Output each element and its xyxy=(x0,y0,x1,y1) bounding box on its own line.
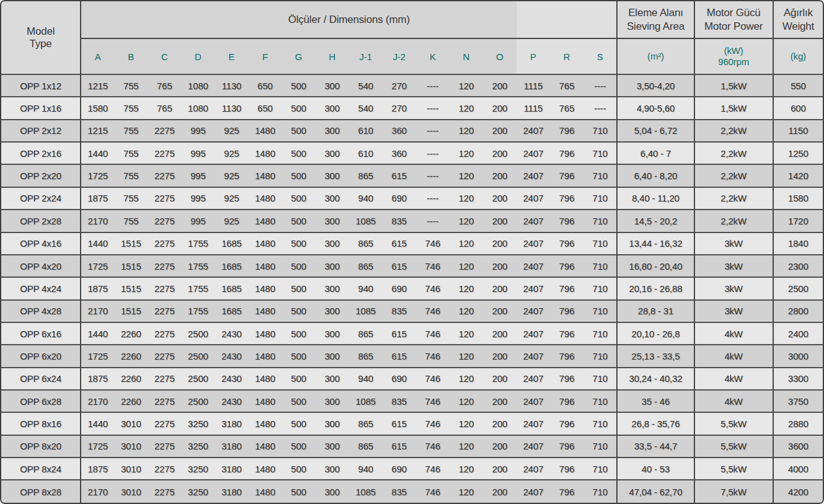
cell-dim-A: 1725 xyxy=(81,164,114,187)
cell-dim-J-1: 1085 xyxy=(349,480,383,503)
cell-dim-H: 300 xyxy=(316,120,349,142)
cell-motor-power: 2,2kW xyxy=(694,142,773,164)
cell-dim-A: 2170 xyxy=(81,300,114,322)
cell-dim-D: 1755 xyxy=(181,300,215,322)
cell-weight: 600 xyxy=(773,97,823,119)
cell-dim-F: 1480 xyxy=(248,120,281,142)
cell-sieving-area: 33,5 - 44,7 xyxy=(617,435,694,458)
cell-dim-C: 2275 xyxy=(148,300,181,322)
cell-weight: 1420 xyxy=(773,164,823,187)
cell-dim-P: 2407 xyxy=(516,390,550,412)
cell-weight: 1720 xyxy=(773,210,823,232)
cell-dim-A: 1440 xyxy=(81,412,114,435)
cell-dim-B: 2260 xyxy=(114,345,148,367)
cell-weight: 3300 xyxy=(773,368,823,390)
cell-dim-C: 2275 xyxy=(148,368,181,390)
cell-dim-N: 120 xyxy=(450,412,483,435)
cell-weight: 1150 xyxy=(773,120,823,142)
cell-dim-C: 2275 xyxy=(148,255,181,277)
cell-dim-P: 2407 xyxy=(516,345,550,367)
cell-dim-K: 746 xyxy=(416,277,450,299)
cell-weight: 2800 xyxy=(773,300,823,322)
cell-sieving-area: 26,8 - 35,76 xyxy=(617,412,694,435)
sieving-area-header: Eleme Alanı Sieving Area xyxy=(617,1,694,38)
cell-dim-J-2: 835 xyxy=(383,480,416,503)
column-header-G: G xyxy=(282,38,316,74)
dimensions-header: Ölçüler / Dimensions (mm) xyxy=(81,1,617,38)
cell-dim-G: 500 xyxy=(282,142,316,164)
cell-dim-C: 2275 xyxy=(148,142,181,164)
cell-dim-H: 300 xyxy=(316,368,349,390)
cell-dim-J-2: 615 xyxy=(383,322,416,345)
cell-dim-J-1: 940 xyxy=(349,368,383,390)
cell-dim-P: 2407 xyxy=(516,322,550,345)
cell-dim-H: 300 xyxy=(316,232,349,255)
cell-dim-O: 200 xyxy=(483,164,516,187)
cell-dim-D: 995 xyxy=(181,120,215,142)
cell-dim-B: 3010 xyxy=(114,435,148,458)
column-header-H: H xyxy=(316,38,349,74)
cell-dim-P: 2407 xyxy=(516,480,550,503)
cell-dim-D: 3250 xyxy=(181,435,215,458)
cell-weight: 2300 xyxy=(773,255,823,277)
cell-dim-E: 3180 xyxy=(215,458,248,480)
cell-dim-O: 200 xyxy=(483,210,516,232)
table-row: OPP 6x2418752260227525002430148050030094… xyxy=(1,368,823,390)
cell-sieving-area: 20,16 - 26,88 xyxy=(617,277,694,299)
cell-dim-D: 2500 xyxy=(181,345,215,367)
cell-dim-F: 650 xyxy=(248,74,281,97)
cell-dim-J-2: 690 xyxy=(383,277,416,299)
cell-dim-A: 1875 xyxy=(81,458,114,480)
cell-dim-A: 1440 xyxy=(81,142,114,164)
column-header-J-2: J-2 xyxy=(383,38,416,74)
cell-dim-B: 1515 xyxy=(114,232,148,255)
cell-dim-S: 710 xyxy=(583,412,617,435)
cell-dim-D: 995 xyxy=(181,210,215,232)
table-row: OPP 6x2017252260227525002430148050030086… xyxy=(1,345,823,367)
cell-dim-P: 2407 xyxy=(516,435,550,458)
cell-dim-O: 200 xyxy=(483,187,516,210)
cell-dim-J-2: 615 xyxy=(383,435,416,458)
cell-model: OPP 4x24 xyxy=(1,277,81,299)
cell-dim-D: 1755 xyxy=(181,277,215,299)
cell-dim-B: 3010 xyxy=(114,412,148,435)
cell-weight: 2880 xyxy=(773,412,823,435)
cell-dim-N: 120 xyxy=(450,232,483,255)
cell-dim-K: ---- xyxy=(416,74,450,97)
cell-dim-E: 1685 xyxy=(215,232,248,255)
cell-dim-J-1: 610 xyxy=(349,142,383,164)
cell-dim-N: 120 xyxy=(450,300,483,322)
cell-dim-P: 2407 xyxy=(516,120,550,142)
cell-dim-J-2: 690 xyxy=(383,458,416,480)
cell-dim-P: 2407 xyxy=(516,164,550,187)
cell-dim-S: ---- xyxy=(583,74,617,97)
cell-model: OPP 6x16 xyxy=(1,322,81,345)
cell-dim-O: 200 xyxy=(483,232,516,255)
cell-dim-N: 120 xyxy=(450,435,483,458)
cell-dim-H: 300 xyxy=(316,74,349,97)
cell-dim-S: 710 xyxy=(583,435,617,458)
cell-dim-O: 200 xyxy=(483,74,516,97)
cell-dim-D: 3250 xyxy=(181,412,215,435)
cell-motor-power: 3kW xyxy=(694,277,773,299)
cell-model: OPP 1x12 xyxy=(1,74,81,97)
cell-dim-H: 300 xyxy=(316,435,349,458)
cell-dim-H: 300 xyxy=(316,142,349,164)
cell-dim-O: 200 xyxy=(483,277,516,299)
cell-model: OPP 8x20 xyxy=(1,435,81,458)
cell-weight: 3600 xyxy=(773,435,823,458)
table-row: OPP 6x2821702260227525002430148050030010… xyxy=(1,390,823,412)
cell-dim-N: 120 xyxy=(450,368,483,390)
cell-dim-E: 3180 xyxy=(215,412,248,435)
cell-dim-K: ---- xyxy=(416,164,450,187)
cell-dim-R: 796 xyxy=(550,412,583,435)
sieving-area-unit: (m²) xyxy=(617,38,694,74)
cell-dim-B: 755 xyxy=(114,164,148,187)
cell-dim-G: 500 xyxy=(282,368,316,390)
cell-dim-K: ---- xyxy=(416,187,450,210)
cell-dim-B: 3010 xyxy=(114,480,148,503)
cell-dim-S: ---- xyxy=(583,97,617,119)
cell-dim-J-1: 940 xyxy=(349,458,383,480)
cell-dim-S: 710 xyxy=(583,120,617,142)
cell-sieving-area: 30,24 - 40,32 xyxy=(617,368,694,390)
